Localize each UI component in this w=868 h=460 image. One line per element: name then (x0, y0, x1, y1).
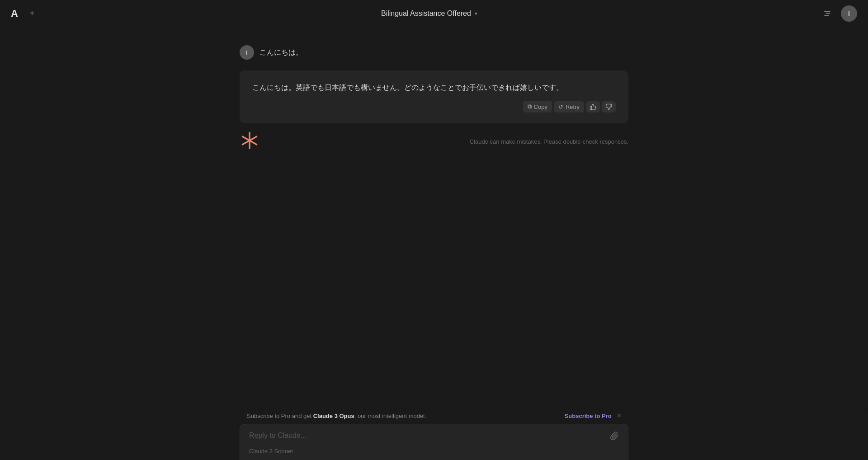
assistant-message-text: こんにちは。英語でも日本語でも構いません。どのようなことでお手伝いできれば嬉しい… (252, 81, 616, 94)
subscribe-to-pro-link[interactable]: Subscribe to Pro (565, 413, 612, 419)
promo-actions: Subscribe to Pro × (565, 412, 621, 419)
bottom-area: Subscribe to Pro and get Claude 3 Opus, … (0, 408, 868, 460)
thumbs-down-button[interactable] (602, 101, 616, 113)
promo-model-highlight: Claude 3 Opus (313, 413, 354, 419)
close-promo-button[interactable]: × (617, 412, 621, 419)
retry-icon: ↺ (558, 103, 563, 110)
claude-logo-row: Claude can make mistakes. Please double-… (240, 131, 628, 152)
promo-text: Subscribe to Pro and get Claude 3 Opus, … (247, 413, 426, 419)
copy-button[interactable]: ⧉ Copy (523, 101, 552, 113)
user-message-row: I こんにちは。 (240, 45, 628, 60)
app-header: A + Bilingual Assistance Offered ▾ I (0, 0, 868, 27)
new-chat-button[interactable]: + (25, 6, 39, 21)
retry-button[interactable]: ↺ Retry (554, 101, 584, 113)
disclaimer-text: Claude can make mistakes. Please double-… (470, 138, 628, 145)
input-area: Claude 3 Sonnet (240, 424, 628, 460)
user-message-avatar: I (240, 45, 254, 60)
main-content: I こんにちは。 こんにちは。英語でも日本語でも構いません。どのようなことでお手… (0, 27, 868, 460)
attach-button[interactable] (610, 432, 619, 441)
retry-label: Retry (566, 103, 580, 110)
assistant-message-card: こんにちは。英語でも日本語でも構いません。どのようなことでお手伝いできれば嬉しい… (240, 70, 628, 123)
promo-text-prefix: Subscribe to Pro and get (247, 413, 313, 419)
input-footer: Claude 3 Sonnet (249, 448, 619, 455)
promo-banner: Subscribe to Pro and get Claude 3 Opus, … (240, 408, 628, 424)
user-avatar[interactable]: I (841, 5, 857, 22)
reply-input[interactable] (249, 432, 610, 444)
message-actions: ⧉ Copy ↺ Retry (252, 101, 616, 113)
settings-button[interactable] (819, 5, 835, 22)
user-message-text: こんにちは。 (259, 45, 303, 57)
app-logo: A (11, 8, 18, 19)
copy-icon: ⧉ (528, 103, 532, 110)
promo-text-suffix: , our most intelligent model. (354, 413, 426, 419)
header-left: A + (11, 6, 39, 21)
copy-label: Copy (534, 103, 547, 110)
chat-container: I こんにちは。 こんにちは。英語でも日本語でも構いません。どのようなことでお手… (240, 45, 628, 156)
header-right: I (819, 5, 857, 22)
thumbs-up-button[interactable] (586, 101, 600, 113)
claude-asterisk-icon (240, 131, 259, 152)
chevron-down-icon: ▾ (475, 10, 477, 17)
model-name-label: Claude 3 Sonnet (249, 448, 293, 455)
conversation-title-area[interactable]: Bilingual Assistance Offered ▾ (381, 9, 477, 18)
conversation-title: Bilingual Assistance Offered (381, 9, 471, 18)
